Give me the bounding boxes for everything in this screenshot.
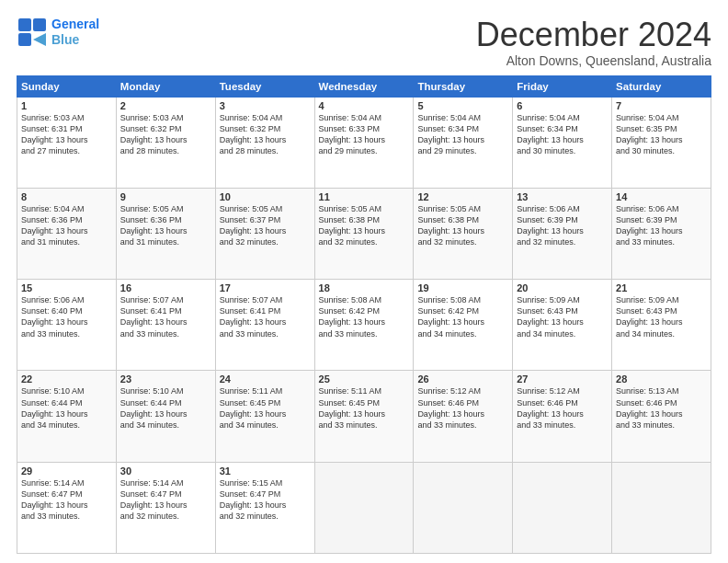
svg-rect-2 (18, 33, 31, 46)
day-20: 20 Sunrise: 5:09 AMSunset: 6:43 PMDaylig… (513, 280, 612, 371)
day-15: 15 Sunrise: 5:06 AMSunset: 6:40 PMDaylig… (17, 280, 117, 371)
day-9: 9 Sunrise: 5:05 AMSunset: 6:36 PMDayligh… (116, 188, 215, 279)
day-21: 21 Sunrise: 5:09 AMSunset: 6:43 PMDaylig… (612, 280, 711, 371)
col-thursday: Thursday (414, 75, 513, 97)
logo-icon (17, 17, 48, 48)
day-31: 31 Sunrise: 5:15 AMSunset: 6:47 PMDaylig… (215, 462, 314, 553)
table-row: 8 Sunrise: 5:04 AMSunset: 6:36 PMDayligh… (17, 188, 711, 279)
col-monday: Monday (116, 75, 215, 97)
day-5: 5 Sunrise: 5:04 AMSunset: 6:34 PMDayligh… (414, 97, 513, 188)
month-title: December 2024 (476, 17, 711, 53)
day-27: 27 Sunrise: 5:12 AMSunset: 6:46 PMDaylig… (513, 371, 612, 462)
day-30: 30 Sunrise: 5:14 AMSunset: 6:47 PMDaylig… (116, 462, 215, 553)
day-22: 22 Sunrise: 5:10 AMSunset: 6:44 PMDaylig… (17, 371, 117, 462)
col-wednesday: Wednesday (314, 75, 414, 97)
location: Alton Downs, Queensland, Australia (476, 53, 711, 68)
empty-cell (513, 462, 612, 553)
calendar: Sunday Monday Tuesday Wednesday Thursday… (17, 75, 711, 554)
day-16: 16 Sunrise: 5:07 AMSunset: 6:41 PMDaylig… (116, 280, 215, 371)
day-12: 12 Sunrise: 5:05 AMSunset: 6:38 PMDaylig… (414, 188, 513, 279)
svg-rect-1 (33, 18, 46, 31)
day-3: 3 Sunrise: 5:04 AMSunset: 6:32 PMDayligh… (215, 97, 314, 188)
col-friday: Friday (513, 75, 612, 97)
day-11: 11 Sunrise: 5:05 AMSunset: 6:38 PMDaylig… (314, 188, 414, 279)
day-2: 2 Sunrise: 5:03 AMSunset: 6:32 PMDayligh… (116, 97, 215, 188)
day-4: 4 Sunrise: 5:04 AMSunset: 6:33 PMDayligh… (314, 97, 414, 188)
day-10: 10 Sunrise: 5:05 AMSunset: 6:37 PMDaylig… (215, 188, 314, 279)
day-23: 23 Sunrise: 5:10 AMSunset: 6:44 PMDaylig… (116, 371, 215, 462)
table-row: 29 Sunrise: 5:14 AMSunset: 6:47 PMDaylig… (17, 462, 711, 553)
header: General Blue December 2024 Alton Downs, … (17, 17, 711, 68)
day-1: 1 Sunrise: 5:03 AMSunset: 6:31 PMDayligh… (17, 97, 117, 188)
day-7: 7 Sunrise: 5:04 AMSunset: 6:35 PMDayligh… (612, 97, 711, 188)
logo: General Blue (17, 17, 99, 48)
day-26: 26 Sunrise: 5:12 AMSunset: 6:46 PMDaylig… (414, 371, 513, 462)
table-row: 1 Sunrise: 5:03 AMSunset: 6:31 PMDayligh… (17, 97, 711, 188)
col-sunday: Sunday (17, 75, 117, 97)
day-8: 8 Sunrise: 5:04 AMSunset: 6:36 PMDayligh… (17, 188, 117, 279)
day-25: 25 Sunrise: 5:11 AMSunset: 6:45 PMDaylig… (314, 371, 414, 462)
day-6: 6 Sunrise: 5:04 AMSunset: 6:34 PMDayligh… (513, 97, 612, 188)
day-14: 14 Sunrise: 5:06 AMSunset: 6:39 PMDaylig… (612, 188, 711, 279)
logo-text: General Blue (51, 17, 99, 48)
empty-cell (414, 462, 513, 553)
day-13: 13 Sunrise: 5:06 AMSunset: 6:39 PMDaylig… (513, 188, 612, 279)
page: General Blue December 2024 Alton Downs, … (0, 0, 728, 563)
day-19: 19 Sunrise: 5:08 AMSunset: 6:42 PMDaylig… (414, 280, 513, 371)
title-section: December 2024 Alton Downs, Queensland, A… (476, 17, 711, 68)
table-row: 15 Sunrise: 5:06 AMSunset: 6:40 PMDaylig… (17, 280, 711, 371)
col-tuesday: Tuesday (215, 75, 314, 97)
day-29: 29 Sunrise: 5:14 AMSunset: 6:47 PMDaylig… (17, 462, 117, 553)
table-row: 22 Sunrise: 5:10 AMSunset: 6:44 PMDaylig… (17, 371, 711, 462)
calendar-header-row: Sunday Monday Tuesday Wednesday Thursday… (17, 75, 711, 97)
col-saturday: Saturday (612, 75, 711, 97)
empty-cell (612, 462, 711, 553)
svg-marker-3 (33, 33, 46, 46)
svg-rect-0 (18, 18, 31, 31)
day-24: 24 Sunrise: 5:11 AMSunset: 6:45 PMDaylig… (215, 371, 314, 462)
day-18: 18 Sunrise: 5:08 AMSunset: 6:42 PMDaylig… (314, 280, 414, 371)
day-28: 28 Sunrise: 5:13 AMSunset: 6:46 PMDaylig… (612, 371, 711, 462)
empty-cell (314, 462, 414, 553)
day-17: 17 Sunrise: 5:07 AMSunset: 6:41 PMDaylig… (215, 280, 314, 371)
